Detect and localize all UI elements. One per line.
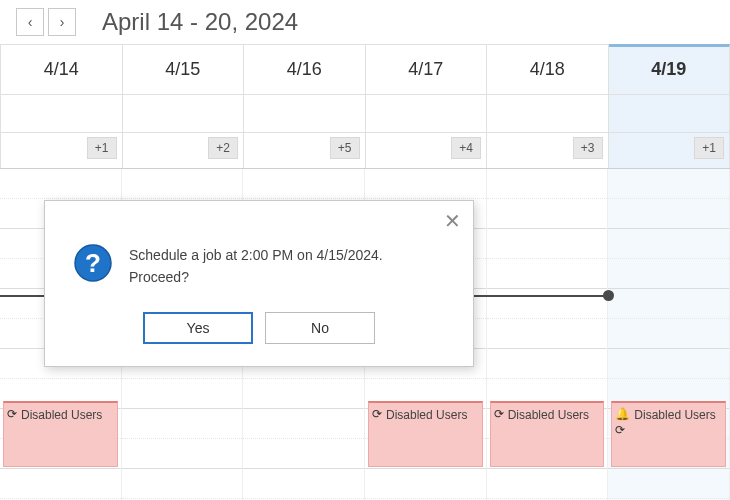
- overflow-cell: +1: [0, 133, 123, 168]
- close-icon[interactable]: ✕: [444, 211, 461, 231]
- event-label: Disabled Users: [634, 407, 715, 423]
- overflow-badge[interactable]: +1: [87, 137, 117, 159]
- day-header[interactable]: 4/16: [244, 45, 366, 94]
- prev-week-button[interactable]: ‹: [16, 8, 44, 36]
- overflow-cell: +4: [366, 133, 488, 168]
- dialog-message-line: Proceed?: [129, 267, 383, 289]
- overflow-cell: +2: [123, 133, 245, 168]
- refresh-icon: ⟳: [7, 408, 17, 420]
- overflow-badge[interactable]: +4: [451, 137, 481, 159]
- confirm-dialog: ✕ ? Schedule a job at 2:00 PM on 4/15/20…: [44, 200, 474, 367]
- overflow-badge[interactable]: +1: [694, 137, 724, 159]
- allday-cell[interactable]: [123, 95, 245, 132]
- day-header[interactable]: 4/15: [123, 45, 245, 94]
- question-icon: ?: [73, 243, 113, 283]
- overflow-cell: +1: [609, 133, 731, 168]
- calendar-header: ‹ › April 14 - 20, 2024: [0, 0, 730, 44]
- grid-column[interactable]: ⟳Disabled Users: [487, 169, 609, 500]
- bell-icon: 🔔: [615, 408, 630, 420]
- day-header-row: 4/144/154/164/174/184/19: [0, 44, 730, 95]
- day-header[interactable]: 4/19: [609, 44, 731, 94]
- svg-text:?: ?: [85, 248, 101, 278]
- date-range-title: April 14 - 20, 2024: [102, 8, 298, 36]
- next-week-button[interactable]: ›: [48, 8, 76, 36]
- calendar-event[interactable]: 🔔⟳Disabled Users: [611, 401, 726, 467]
- no-button[interactable]: No: [265, 312, 375, 344]
- calendar-event[interactable]: ⟳Disabled Users: [3, 401, 118, 467]
- overflow-badge[interactable]: +2: [208, 137, 238, 159]
- allday-cell[interactable]: [487, 95, 609, 132]
- yes-button[interactable]: Yes: [143, 312, 253, 344]
- overflow-badge[interactable]: +5: [330, 137, 360, 159]
- day-header[interactable]: 4/17: [366, 45, 488, 94]
- dialog-message-line: Schedule a job at 2:00 PM on 4/15/2024.: [129, 245, 383, 267]
- overflow-count-row: +1+2+5+4+3+1: [0, 133, 730, 169]
- allday-cell[interactable]: [609, 95, 731, 132]
- overflow-cell: +5: [244, 133, 366, 168]
- allday-cell[interactable]: [366, 95, 488, 132]
- overflow-badge[interactable]: +3: [573, 137, 603, 159]
- dialog-message: Schedule a job at 2:00 PM on 4/15/2024. …: [129, 243, 383, 288]
- grid-column[interactable]: 🔔⟳Disabled Users: [608, 169, 730, 500]
- calendar-event[interactable]: ⟳Disabled Users: [490, 401, 605, 467]
- refresh-icon: ⟳: [494, 408, 504, 420]
- allday-cell[interactable]: [244, 95, 366, 132]
- event-label: Disabled Users: [386, 407, 467, 423]
- allday-row: [0, 95, 730, 133]
- allday-cell[interactable]: [0, 95, 123, 132]
- event-label: Disabled Users: [21, 407, 102, 423]
- refresh-icon: ⟳: [615, 424, 630, 436]
- event-label: Disabled Users: [508, 407, 589, 423]
- current-time-dot: [603, 290, 614, 301]
- refresh-icon: ⟳: [372, 408, 382, 420]
- calendar-event[interactable]: ⟳Disabled Users: [368, 401, 483, 467]
- day-header[interactable]: 4/14: [0, 45, 123, 94]
- day-header[interactable]: 4/18: [487, 45, 609, 94]
- overflow-cell: +3: [487, 133, 609, 168]
